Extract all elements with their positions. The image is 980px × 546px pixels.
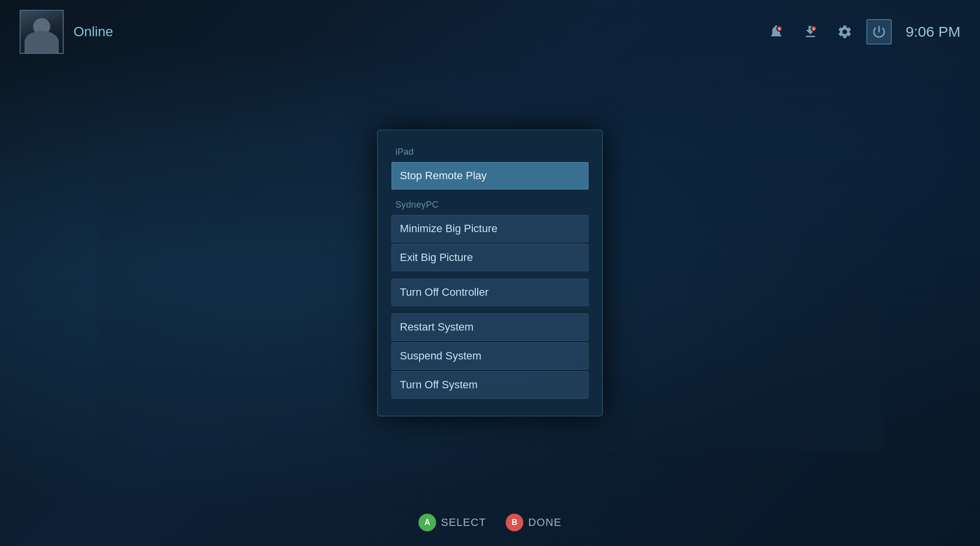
section-label-sydneypc: SydneyPC <box>392 197 588 215</box>
section-divider-3 <box>392 308 588 313</box>
stop-remote-play-button[interactable]: Stop Remote Play <box>392 162 588 190</box>
exit-big-picture-button[interactable]: Exit Big Picture <box>392 244 588 271</box>
section-divider <box>392 191 588 197</box>
power-menu-dialog: iPad Stop Remote Play SydneyPC Minimize … <box>377 130 603 416</box>
suspend-system-button[interactable]: Suspend System <box>392 342 588 370</box>
minimize-big-picture-button[interactable]: Minimize Big Picture <box>392 215 588 242</box>
turn-off-controller-button[interactable]: Turn Off Controller <box>392 279 588 306</box>
dialog-overlay: iPad Stop Remote Play SydneyPC Minimize … <box>0 0 980 546</box>
section-label-ipad: iPad <box>392 144 588 162</box>
restart-system-button[interactable]: Restart System <box>392 313 588 341</box>
turn-off-system-button[interactable]: Turn Off System <box>392 371 588 399</box>
section-divider-2 <box>392 273 588 279</box>
